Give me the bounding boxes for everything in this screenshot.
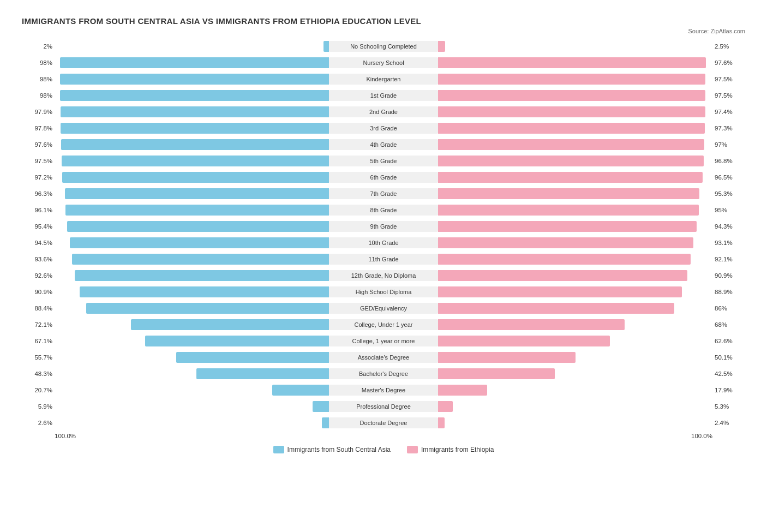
left-bar xyxy=(62,156,329,166)
left-pct-label: 98% xyxy=(22,76,55,82)
bar-row: 2%No Schooling Completed2.5% xyxy=(22,39,745,54)
left-pct-label: 20.7% xyxy=(22,387,55,393)
left-pct-label: 98% xyxy=(22,59,55,66)
left-bar xyxy=(65,205,329,216)
bar-row: 72.1%College, Under 1 year68% xyxy=(22,317,745,332)
bar-row: 97.9%2nd Grade97.4% xyxy=(22,104,745,119)
right-bar xyxy=(438,74,705,85)
left-bar xyxy=(176,352,329,363)
right-bar xyxy=(438,286,682,297)
right-bar xyxy=(438,90,705,101)
left-bar xyxy=(131,319,329,330)
right-bar xyxy=(438,221,697,232)
chart-container: IMMIGRANTS FROM SOUTH CENTRAL ASIA VS IM… xyxy=(11,11,756,464)
right-pct-label: 17.9% xyxy=(712,387,745,393)
right-pct-label: 97.5% xyxy=(712,92,745,99)
left-pct-label: 48.3% xyxy=(22,370,55,377)
right-pct-label: 97.6% xyxy=(712,59,745,66)
center-category-label: Doctorate Degree xyxy=(329,417,438,428)
legend-right-color xyxy=(407,446,418,453)
left-bar xyxy=(313,401,329,412)
left-bar xyxy=(65,188,329,199)
right-bar xyxy=(438,270,687,281)
right-pct-label: 92.1% xyxy=(712,256,745,262)
bar-row: 90.9%High School Diploma88.9% xyxy=(22,284,745,300)
bar-row: 98%Nursery School97.6% xyxy=(22,55,745,70)
bar-row: 98%Kindergarten97.5% xyxy=(22,71,745,87)
right-pct-label: 90.9% xyxy=(712,272,745,279)
left-bar xyxy=(60,90,329,101)
bar-row: 96.3%7th Grade95.3% xyxy=(22,186,745,201)
center-category-label: High School Diploma xyxy=(329,286,438,297)
right-pct-label: 2.4% xyxy=(712,420,745,426)
center-category-label: College, Under 1 year xyxy=(329,319,438,330)
center-category-label: 5th Grade xyxy=(329,156,438,166)
center-category-label: 8th Grade xyxy=(329,205,438,216)
left-bar xyxy=(145,336,329,346)
left-bar xyxy=(61,123,329,134)
left-pct-label: 97.2% xyxy=(22,174,55,181)
right-pct-label: 62.6% xyxy=(712,338,745,344)
legend: Immigrants from South Central Asia Immig… xyxy=(22,446,745,453)
left-pct-label: 88.4% xyxy=(22,305,55,312)
center-category-label: 11th Grade xyxy=(329,254,438,265)
right-pct-label: 5.3% xyxy=(712,403,745,410)
center-category-label: 4th Grade xyxy=(329,139,438,150)
right-pct-label: 94.3% xyxy=(712,223,745,230)
bar-row: 20.7%Master's Degree17.9% xyxy=(22,382,745,398)
left-bar xyxy=(60,74,329,85)
center-category-label: 1st Grade xyxy=(329,90,438,101)
right-pct-label: 95% xyxy=(712,207,745,213)
center-category-label: 9th Grade xyxy=(329,221,438,232)
left-pct-label: 96.1% xyxy=(22,207,55,213)
left-bar xyxy=(86,303,329,314)
center-category-label: Bachelor's Degree xyxy=(329,368,438,379)
left-pct-label: 94.5% xyxy=(22,240,55,246)
center-category-label: Kindergarten xyxy=(329,74,438,85)
center-category-label: GED/Equivalency xyxy=(329,303,438,314)
right-bar xyxy=(438,172,703,183)
chart-title: IMMIGRANTS FROM SOUTH CENTRAL ASIA VS IM… xyxy=(22,16,745,26)
right-bar xyxy=(438,188,699,199)
right-pct-label: 96.8% xyxy=(712,158,745,164)
right-pct-label: 88.9% xyxy=(712,289,745,295)
left-pct-label: 90.9% xyxy=(22,289,55,295)
right-pct-label: 95.3% xyxy=(712,190,745,197)
center-category-label: 12th Grade, No Diploma xyxy=(329,270,438,281)
left-pct-label: 5.9% xyxy=(22,403,55,410)
left-bar xyxy=(322,417,329,428)
bar-row: 55.7%Associate's Degree50.1% xyxy=(22,350,745,365)
legend-left: Immigrants from South Central Asia xyxy=(273,446,391,453)
bar-row: 48.3%Bachelor's Degree42.5% xyxy=(22,366,745,381)
left-pct-label: 97.6% xyxy=(22,141,55,148)
right-bar xyxy=(438,205,699,216)
center-category-label: College, 1 year or more xyxy=(329,336,438,346)
right-pct-label: 86% xyxy=(712,305,745,312)
left-pct-label: 2% xyxy=(22,43,55,50)
right-bar xyxy=(438,385,487,396)
left-bar xyxy=(62,172,329,183)
left-pct-label: 97.5% xyxy=(22,158,55,164)
bar-row: 92.6%12th Grade, No Diploma90.9% xyxy=(22,268,745,283)
center-category-label: 7th Grade xyxy=(329,188,438,199)
left-bar xyxy=(323,41,329,52)
bar-row: 94.5%10th Grade93.1% xyxy=(22,235,745,250)
right-pct-label: 96.5% xyxy=(712,174,745,181)
right-pct-label: 68% xyxy=(712,321,745,328)
bar-row: 96.1%8th Grade95% xyxy=(22,202,745,218)
right-pct-label: 2.5% xyxy=(712,43,745,50)
right-bar xyxy=(438,237,693,248)
bar-row: 67.1%College, 1 year or more62.6% xyxy=(22,333,745,349)
left-pct-label: 92.6% xyxy=(22,272,55,279)
right-bar xyxy=(438,156,704,166)
left-bar xyxy=(60,57,329,68)
bar-row: 88.4%GED/Equivalency86% xyxy=(22,301,745,316)
bar-row: 95.4%9th Grade94.3% xyxy=(22,219,745,234)
left-bar xyxy=(75,270,329,281)
legend-left-color xyxy=(273,446,284,453)
left-bar xyxy=(67,221,329,232)
left-pct-label: 97.8% xyxy=(22,125,55,131)
right-bar xyxy=(438,336,610,346)
left-pct-label: 72.1% xyxy=(22,321,55,328)
center-category-label: 10th Grade xyxy=(329,237,438,248)
